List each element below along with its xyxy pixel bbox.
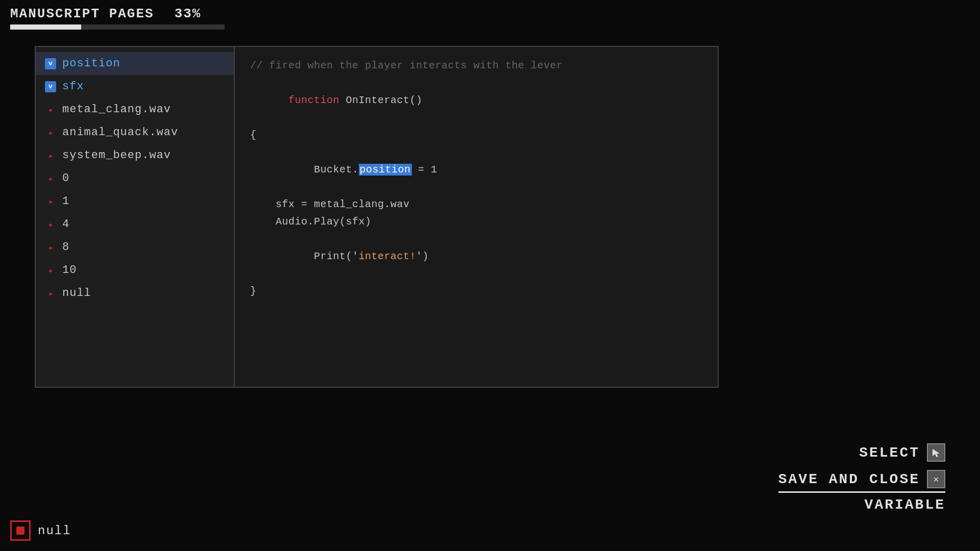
code-bucket-post: = 1 [412,164,437,176]
select-button[interactable]: SELECT [859,441,945,464]
select-label: SELECT [859,445,920,461]
variable-label: VARIABLE [865,497,945,513]
code-line-close-brace: } [250,283,702,300]
sidebar-label-one: 1 [62,195,69,208]
sidebar-label-four: 4 [62,218,69,231]
code-position-highlight: position [359,164,412,176]
sidebar-item-metal-clang[interactable]: metal_clang.wav [36,98,234,121]
value-icon [45,288,56,299]
save-close-underline [778,491,945,493]
sidebar-label-system-beep: system_beep.wav [62,149,171,162]
sidebar-label-sfx: sfx [62,80,84,93]
sidebar-item-position[interactable]: position [36,52,234,75]
sidebar-label-ten: 10 [62,264,77,277]
value-icon [45,104,56,115]
code-line-audio: Audio.Play(sfx) [250,213,702,231]
sidebar-label-eight: 8 [62,241,69,254]
code-print-post: ') [416,251,429,262]
sidebar-label-zero: 0 [62,172,69,185]
value-icon [45,219,56,230]
code-editor: // fired when the player interacts with … [235,47,718,387]
value-icon [45,127,56,138]
status-value: null [38,524,71,538]
sidebar-item-animal-quack[interactable]: animal_quack.wav [36,121,234,144]
progress-bar [10,24,225,30]
bottom-buttons: SELECT SAVE AND CLOSE ✕ VARIABLE [778,441,945,513]
top-bar: Manuscript Pages 33% [0,0,980,34]
code-bucket-pre: Bucket. [288,164,359,176]
value-icon [45,265,56,276]
status-bar: null [10,520,71,541]
value-icon [45,150,56,161]
variable-icon [45,81,56,92]
value-icon [45,196,56,207]
save-close-button[interactable]: SAVE AND CLOSE ✕ [778,468,945,490]
sidebar-item-system-beep[interactable]: system_beep.wav [36,144,234,167]
code-line-bucket: Bucket.position = 1 [250,144,702,196]
sidebar-item-sfx[interactable]: sfx [36,75,234,98]
code-line-function: function OnInteract() [250,74,702,127]
variable-icon [45,58,56,69]
sidebar-label-metal-clang: metal_clang.wav [62,103,171,116]
save-close-label: SAVE AND CLOSE [778,471,920,487]
sidebar: position sfx metal_clang.wav animal_quac… [36,47,235,387]
value-icon [45,242,56,253]
sidebar-item-eight[interactable]: 8 [36,236,234,259]
sidebar-item-one[interactable]: 1 [36,190,234,213]
main-panel: position sfx metal_clang.wav animal_quac… [35,46,719,388]
sidebar-item-null[interactable]: null [36,282,234,305]
value-icon [45,173,56,184]
sidebar-item-ten[interactable]: 10 [36,259,234,282]
code-print-pre: Print(' [288,251,359,262]
status-icon-inner [16,527,24,535]
code-line-comment: // fired when the player interacts with … [250,57,702,74]
sidebar-label-animal-quack: animal_quack.wav [62,126,178,139]
sidebar-item-zero[interactable]: 0 [36,167,234,190]
manuscript-title: Manuscript Pages [10,6,154,21]
select-icon [927,443,945,462]
code-print-string: interact! [359,251,416,262]
code-line-print: Print('interact!') [250,231,702,283]
code-line-open-brace: { [250,127,702,144]
code-function-name: OnInteract() [346,94,423,106]
status-icon [10,520,31,541]
code-line-sfx: sfx = metal_clang.wav [250,196,702,213]
sidebar-item-four[interactable]: 4 [36,213,234,236]
code-keyword-function: function [288,94,346,106]
progress-percent: 33% [175,6,202,21]
progress-bar-fill [10,24,81,30]
save-close-icon: ✕ [927,470,945,488]
sidebar-label-position: position [62,57,120,70]
sidebar-label-null: null [62,287,91,299]
